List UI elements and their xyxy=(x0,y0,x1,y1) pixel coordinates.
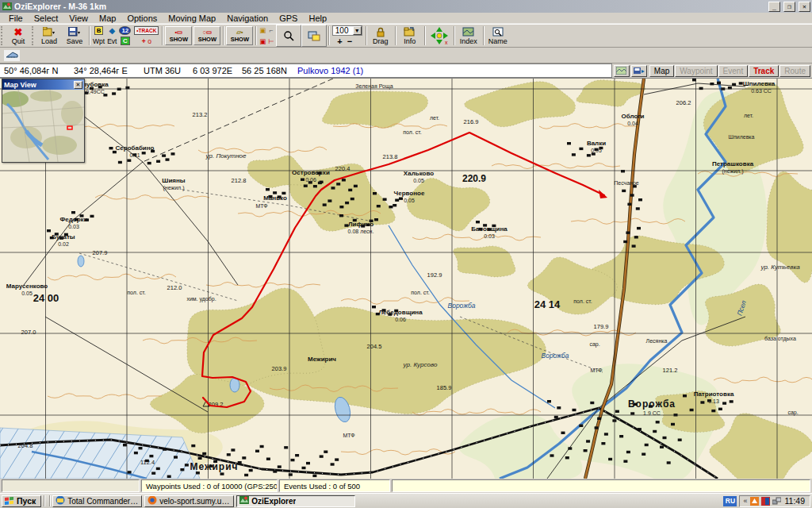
svg-text:пол. ст.: пол. ст. xyxy=(573,298,592,304)
show-tracks-button[interactable]: ▱▪ SHOW xyxy=(226,26,253,45)
svg-text:Песчаное: Песчаное xyxy=(614,180,639,186)
mode-button-waypoint[interactable]: Waypoint xyxy=(675,65,717,77)
status-empty-segment xyxy=(2,479,140,492)
svg-text:0.06: 0.06 xyxy=(395,317,406,322)
zoom-in-button[interactable]: + xyxy=(337,37,347,46)
measure-tool-icon xyxy=(6,51,18,60)
menu-item-navigation[interactable]: Navigation xyxy=(221,13,274,23)
svg-text:Валки: Валки xyxy=(587,140,606,147)
svg-text:Межирич: Межирич xyxy=(190,461,238,472)
ruler-red-icon[interactable]: ⊢ xyxy=(268,37,274,45)
menu-item-select[interactable]: Select xyxy=(29,13,64,23)
longitude-value: 34° 28,464г E xyxy=(74,66,144,75)
tray-app2-icon[interactable] xyxy=(761,497,770,506)
map-view-minimap[interactable] xyxy=(2,90,84,162)
mode-button-route[interactable]: Route xyxy=(779,65,810,77)
drag-button[interactable]: Drag xyxy=(368,25,393,47)
save-view-button[interactable] xyxy=(631,65,647,77)
pan-arrows-control[interactable]: x xyxy=(427,25,452,47)
topo-map[interactable]: Голубовка0,49ССЗеленая Роща213.2216.9206… xyxy=(0,79,812,479)
map-small-icon[interactable]: ▣ xyxy=(259,26,266,34)
svg-text:Межирич: Межирич xyxy=(308,356,336,363)
menu-item-map[interactable]: Map xyxy=(94,13,121,23)
track-tools[interactable]: •TRACK + o xyxy=(132,25,160,47)
svg-text:1.9 СС: 1.9 СС xyxy=(643,410,661,416)
map-tools[interactable]: ▣ ⌐ ▣ ⊢ xyxy=(258,25,275,47)
quit-button[interactable]: ✖ Quit xyxy=(6,25,31,47)
track-chip[interactable]: •TRACK xyxy=(134,26,159,35)
close-button[interactable]: ✕ xyxy=(799,2,810,12)
language-indicator[interactable]: RU xyxy=(723,496,737,506)
menu-item-file[interactable]: File xyxy=(3,13,29,23)
mode-button-track[interactable]: Track xyxy=(749,65,779,77)
svg-text:185.9: 185.9 xyxy=(437,384,452,391)
toolbar-grip[interactable] xyxy=(32,26,36,45)
index-button[interactable]: Index xyxy=(456,25,481,47)
map-view-panel[interactable]: Map View ✕ xyxy=(2,79,85,163)
menu-item-help[interactable]: Help xyxy=(303,13,332,23)
menu-item-options[interactable]: Options xyxy=(121,13,163,23)
svg-text:ур. Курсово: ур. Курсово xyxy=(403,361,438,368)
zoom-out-button[interactable]: − xyxy=(347,37,357,46)
magnifier-icon xyxy=(283,30,294,41)
svg-text:203.9: 203.9 xyxy=(272,365,287,372)
restore-button[interactable]: ❐ xyxy=(783,2,795,12)
task-button-ozi[interactable]: OziExplorer xyxy=(236,495,355,507)
show-events-button[interactable]: ○▭ SHOW xyxy=(193,26,220,45)
svg-text:база отдыха: база отдыха xyxy=(764,336,796,342)
taskbar: Пуск Total Commander 7.55a ...velo-sport… xyxy=(0,493,812,508)
svg-text:пол. ст.: пол. ст. xyxy=(127,290,145,295)
track-count-badge[interactable]: 12 xyxy=(119,26,131,35)
task-button-firefox[interactable]: velo-sport.sumy.ua • Ли... xyxy=(144,495,234,507)
menu-item-gps[interactable]: GPS xyxy=(274,13,303,23)
tray-app1-icon[interactable] xyxy=(750,497,759,506)
waypoint-tools[interactable]: B ◆ 12 Wpt Evt C xyxy=(91,25,132,47)
save-button[interactable]: Save xyxy=(62,25,87,47)
event-diamond-icon[interactable]: ◆ xyxy=(109,26,115,35)
map-view-close-button[interactable]: ✕ xyxy=(74,81,82,89)
datum-value: Pulkovo 1942 (1) xyxy=(297,66,363,75)
name-search-button[interactable]: Name xyxy=(485,25,511,47)
comment-chip-icon[interactable]: C xyxy=(121,37,130,45)
secondary-toolbar xyxy=(0,48,812,64)
map-area: Голубовка0,49ССЗеленая Роща213.2216.9206… xyxy=(0,79,812,479)
show-waypoints-button[interactable]: •▭ SHOW xyxy=(165,26,192,45)
name-search-icon xyxy=(492,26,504,37)
start-button[interactable]: Пуск xyxy=(2,495,41,507)
svg-text:Ворожба: Ворожба xyxy=(628,398,676,410)
ruler-small-icon[interactable]: ⌐ xyxy=(270,26,274,34)
mode-button-event[interactable]: Event xyxy=(718,65,749,77)
map-alert-icon[interactable]: ▣ xyxy=(259,37,266,45)
tray-network-icon[interactable] xyxy=(772,497,781,506)
svg-text:МТФ: МТФ xyxy=(343,433,354,438)
menu-item-view[interactable]: View xyxy=(63,13,94,23)
svg-text:0.13: 0.13 xyxy=(708,398,719,404)
svg-text:220.9: 220.9 xyxy=(462,173,486,184)
minimize-button[interactable]: _ xyxy=(768,2,780,12)
map-window-button[interactable] xyxy=(301,25,327,47)
task-button-totalcmd[interactable]: Total Commander 7.55a ... xyxy=(52,495,142,507)
svg-text:216.9: 216.9 xyxy=(464,118,479,125)
magnify-button[interactable] xyxy=(276,25,301,47)
svg-text:Ворожба: Ворожба xyxy=(541,352,569,360)
load-button[interactable]: Load xyxy=(36,25,62,47)
map-image-button[interactable] xyxy=(614,65,630,77)
zoom-select[interactable]: 100 ▼ xyxy=(332,25,362,36)
svg-text:220.4: 220.4 xyxy=(335,165,350,172)
tray-chevron-icon[interactable]: « xyxy=(743,497,747,505)
latitude-value: 50° 46,084г N xyxy=(4,66,74,75)
main-toolbar: ✖ Quit Load Save B ◆ 12 Wpt Evt C •TRACK xyxy=(0,24,812,48)
event-glyph-icon: ○▭ xyxy=(203,29,213,36)
map-view-titlebar[interactable]: Map View ✕ xyxy=(2,79,84,90)
toolbar-grip[interactable] xyxy=(1,26,5,45)
waypoint-chip-icon[interactable]: B xyxy=(94,26,104,35)
info-folder-icon xyxy=(404,26,416,37)
svg-text:0,49СС: 0,49СС xyxy=(86,89,105,94)
mode-button-map[interactable]: Map xyxy=(649,65,674,77)
map-image-icon xyxy=(616,67,626,75)
info-button[interactable]: Info xyxy=(397,25,423,47)
zoom-dropdown-icon[interactable]: ▼ xyxy=(353,26,362,35)
clock[interactable]: 11:49 xyxy=(783,496,807,506)
menu-item-moving-map[interactable]: Moving Map xyxy=(163,13,221,23)
measure-tool-button[interactable] xyxy=(3,49,21,62)
